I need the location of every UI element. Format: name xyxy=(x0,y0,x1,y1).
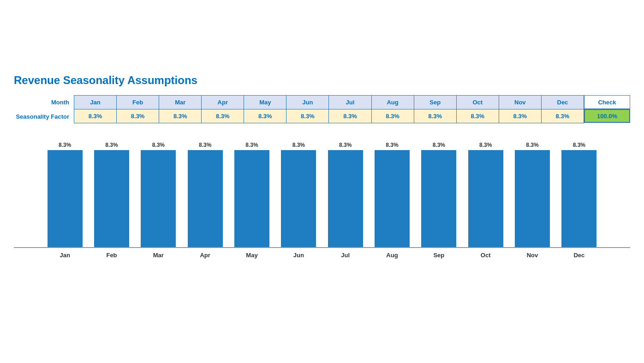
month-data-table: JanFebMarAprMayJunJulAugSepOctNovDec 8.3… xyxy=(74,95,584,123)
factor-value-nov[interactable]: 8.3% xyxy=(499,109,541,123)
bar-rect xyxy=(234,150,269,247)
factor-value-sep[interactable]: 8.3% xyxy=(414,109,456,123)
chart-x-label-mar: Mar xyxy=(135,248,182,259)
chart-x-label-apr: Apr xyxy=(182,248,228,259)
month-header-dec: Dec xyxy=(541,96,584,109)
bar-group-nov: 8.3% xyxy=(509,142,555,247)
chart-x-label-dec: Dec xyxy=(556,248,602,259)
month-header-may: May xyxy=(244,96,286,109)
bar-group-sep: 8.3% xyxy=(416,142,462,247)
bar-rect xyxy=(141,150,176,247)
bar-rect xyxy=(421,150,456,247)
bar-value-label: 8.3% xyxy=(152,142,165,148)
bar-group-jan: 8.3% xyxy=(42,142,88,247)
check-value: 100.0% xyxy=(584,109,630,123)
check-label: Check xyxy=(584,95,630,109)
bar-value-label: 8.3% xyxy=(199,142,211,148)
bar-rect xyxy=(188,150,223,247)
chart-x-label-oct: Oct xyxy=(462,248,509,259)
month-header-oct: Oct xyxy=(456,96,499,109)
bar-value-label: 8.3% xyxy=(292,142,305,148)
bar-rect xyxy=(561,150,596,247)
bar-value-label: 8.3% xyxy=(386,142,398,148)
month-header-jul: Jul xyxy=(329,96,371,109)
bar-group-apr: 8.3% xyxy=(182,142,228,247)
bar-rect xyxy=(468,150,503,247)
bar-value-label: 8.3% xyxy=(105,142,118,148)
factor-value-dec[interactable]: 8.3% xyxy=(541,109,584,123)
chart-x-label-may: May xyxy=(228,248,275,259)
bar-group-jul: 8.3% xyxy=(322,142,369,247)
month-header-jan: Jan xyxy=(74,96,117,109)
factor-value-feb[interactable]: 8.3% xyxy=(117,109,159,123)
chart-x-label-jul: Jul xyxy=(322,248,369,259)
bar-group-may: 8.3% xyxy=(228,142,275,247)
bar-rect xyxy=(94,150,129,247)
bar-group-jun: 8.3% xyxy=(275,142,322,247)
bar-value-label: 8.3% xyxy=(245,142,258,148)
month-header-mar: Mar xyxy=(159,96,202,109)
month-header-sep: Sep xyxy=(414,96,456,109)
bar-value-label: 8.3% xyxy=(339,142,352,148)
assumptions-table: Month Seasonality Factor JanFebMarAprMay… xyxy=(14,95,630,123)
chart-x-label-aug: Aug xyxy=(369,248,415,259)
factor-label: Seasonality Factor xyxy=(14,109,74,123)
check-section: Check 100.0% xyxy=(584,95,630,123)
month-header-apr: Apr xyxy=(202,96,244,109)
chart-x-label-sep: Sep xyxy=(416,248,462,259)
bar-rect xyxy=(48,150,83,247)
bar-value-label: 8.3% xyxy=(433,142,445,148)
bar-rect xyxy=(515,150,550,247)
bar-chart: 8.3%8.3%8.3%8.3%8.3%8.3%8.3%8.3%8.3%8.3%… xyxy=(14,128,630,276)
page-title: Revenue Seasonality Assumptions xyxy=(14,74,630,87)
month-header-feb: Feb xyxy=(117,96,159,109)
chart-x-label-feb: Feb xyxy=(88,248,135,259)
factor-value-apr[interactable]: 8.3% xyxy=(202,109,244,123)
factor-value-jul[interactable]: 8.3% xyxy=(329,109,371,123)
month-header-nov: Nov xyxy=(499,96,541,109)
bar-group-dec: 8.3% xyxy=(556,142,602,247)
bar-value-label: 8.3% xyxy=(573,142,585,148)
bar-value-label: 8.3% xyxy=(59,142,71,148)
month-label: Month xyxy=(14,95,74,109)
factor-value-oct[interactable]: 8.3% xyxy=(456,109,499,123)
bar-rect xyxy=(328,150,363,247)
bar-group-oct: 8.3% xyxy=(462,142,509,247)
row-labels: Month Seasonality Factor xyxy=(14,95,74,123)
chart-x-label-jun: Jun xyxy=(275,248,322,259)
factor-value-mar[interactable]: 8.3% xyxy=(159,109,202,123)
month-header-jun: Jun xyxy=(286,96,329,109)
bar-rect xyxy=(375,150,410,247)
bar-value-label: 8.3% xyxy=(479,142,492,148)
bar-group-mar: 8.3% xyxy=(135,142,182,247)
chart-x-label-jan: Jan xyxy=(42,248,88,259)
bar-rect xyxy=(281,150,316,247)
factor-value-jan[interactable]: 8.3% xyxy=(74,109,117,123)
month-header-aug: Aug xyxy=(371,96,414,109)
chart-x-label-nov: Nov xyxy=(509,248,555,259)
factor-value-jun[interactable]: 8.3% xyxy=(286,109,329,123)
bar-group-aug: 8.3% xyxy=(369,142,415,247)
bar-group-feb: 8.3% xyxy=(88,142,135,247)
factor-value-aug[interactable]: 8.3% xyxy=(371,109,414,123)
bar-value-label: 8.3% xyxy=(526,142,538,148)
factor-value-may[interactable]: 8.3% xyxy=(244,109,286,123)
